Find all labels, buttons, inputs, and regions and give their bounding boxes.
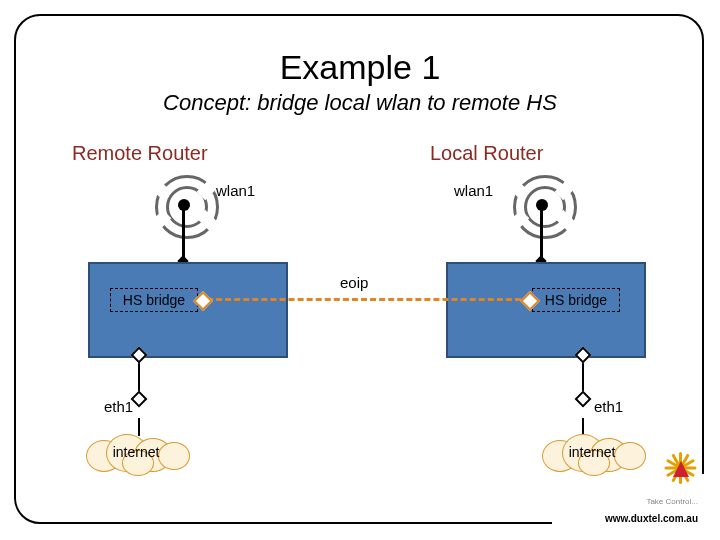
local-eth-label: eth1	[594, 398, 623, 415]
local-router-heading: Local Router	[430, 142, 543, 165]
duxtel-logo: Take Control... www.duxtel.com.au	[578, 450, 698, 526]
slide-subtitle: Concept: bridge local wlan to remote HS	[0, 90, 720, 116]
remote-internet-cloud-icon: internet	[86, 434, 186, 472]
eoip-label: eoip	[340, 274, 368, 291]
local-hs-bridge: HS bridge	[532, 288, 620, 312]
local-antenna-icon	[510, 175, 574, 247]
slide-title: Example 1	[0, 48, 720, 87]
eoip-link-line	[198, 298, 530, 301]
logo-burst-icon	[662, 450, 698, 486]
local-wlan-label: wlan1	[454, 182, 493, 199]
remote-wlan-label: wlan1	[216, 182, 255, 199]
remote-eth-label: eth1	[104, 398, 133, 415]
remote-internet-label: internet	[86, 444, 186, 460]
remote-router-heading: Remote Router	[72, 142, 208, 165]
logo-tagline: Take Control...	[646, 497, 698, 506]
remote-hs-bridge: HS bridge	[110, 288, 198, 312]
remote-antenna-icon	[152, 175, 216, 247]
logo-url: www.duxtel.com.au	[605, 513, 698, 524]
